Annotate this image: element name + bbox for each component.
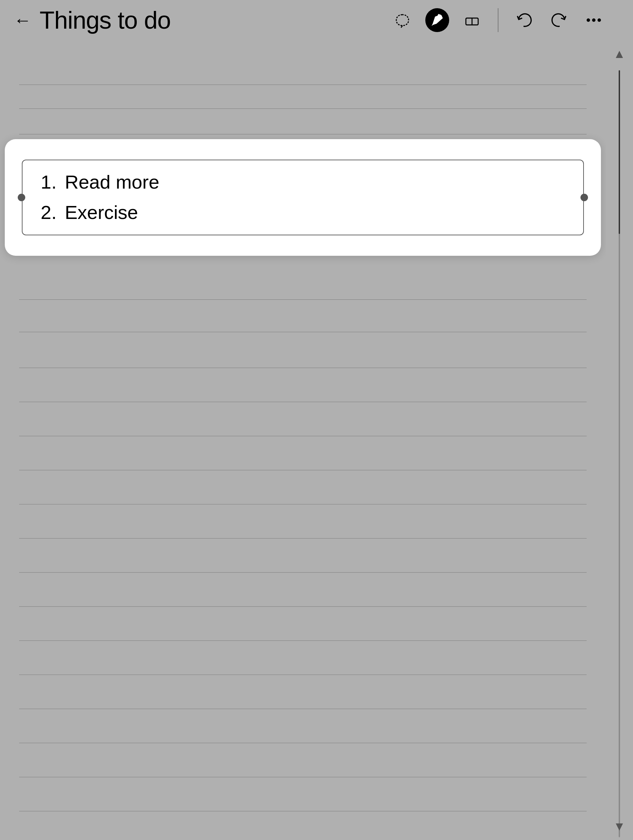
ruled-line — [19, 332, 587, 332]
scroll-down-button[interactable]: ▼ — [606, 813, 633, 840]
list-text-1: Read more — [65, 170, 570, 195]
header: ← Things to do — [0, 0, 633, 40]
page-title: Things to do — [39, 6, 170, 34]
ruled-line — [19, 85, 587, 85]
list-number-1: 1. — [36, 170, 57, 195]
ruled-line — [19, 368, 587, 368]
ruled-line — [19, 504, 587, 504]
ruled-line — [19, 743, 587, 743]
list-item: 2. Exercise — [36, 200, 570, 225]
ruled-line — [19, 436, 587, 436]
list-number-2: 2. — [36, 200, 57, 225]
lasso-tool-button[interactable] — [390, 8, 414, 32]
ruled-line — [19, 709, 587, 709]
drag-handle-left[interactable] — [18, 194, 25, 201]
ruled-line — [19, 777, 587, 777]
text-box-container: 1. Read more 2. Exercise — [5, 139, 601, 256]
svg-point-6 — [598, 18, 601, 22]
ruled-line — [19, 572, 587, 573]
redo-button[interactable] — [547, 8, 571, 32]
back-button[interactable]: ← — [14, 11, 32, 29]
back-arrow-icon: ← — [14, 11, 32, 29]
svg-point-4 — [587, 18, 590, 22]
scrollbar: ▲ ▼ — [606, 40, 633, 840]
ruled-line — [19, 641, 587, 641]
scroll-up-button[interactable]: ▲ — [606, 40, 633, 68]
ruled-line — [19, 402, 587, 402]
pen-tool-button[interactable] — [425, 8, 449, 32]
ruled-line — [19, 811, 587, 812]
list-text-2: Exercise — [65, 200, 570, 225]
undo-button[interactable] — [512, 8, 536, 32]
scrollbar-rail — [619, 70, 620, 837]
drag-handle-right[interactable] — [581, 194, 588, 201]
ruled-line — [19, 134, 587, 134]
scrollbar-thumb[interactable] — [619, 70, 620, 234]
header-tools — [377, 8, 619, 32]
text-box[interactable]: 1. Read more 2. Exercise — [22, 159, 584, 235]
list-item: 1. Read more — [36, 170, 570, 195]
ruled-line — [19, 674, 587, 675]
header-left: ← Things to do — [14, 6, 377, 34]
action-tools — [499, 8, 619, 32]
more-options-button[interactable] — [582, 8, 606, 32]
drawing-tools — [377, 8, 497, 32]
eraser-tool-button[interactable] — [460, 8, 484, 32]
ruled-line — [19, 538, 587, 538]
notebook-area: 1. Read more 2. Exercise — [0, 40, 606, 840]
ruled-line — [19, 606, 587, 607]
svg-point-5 — [592, 18, 595, 22]
